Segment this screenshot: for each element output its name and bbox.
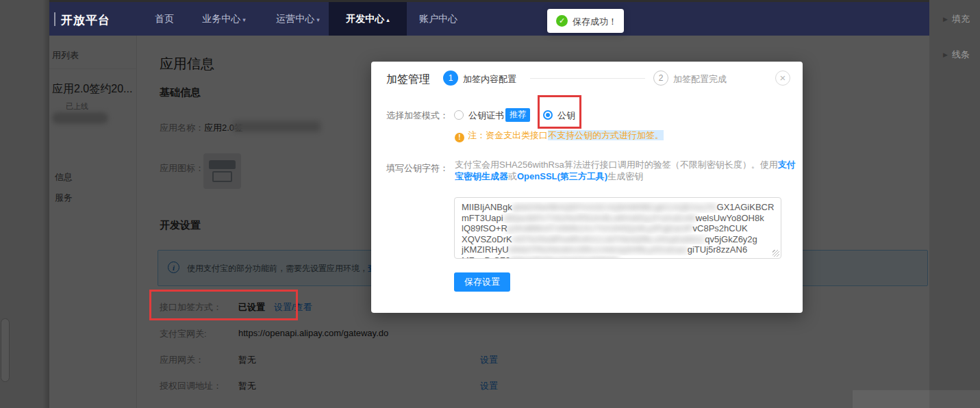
textarea-resize-handle[interactable]: [772, 250, 779, 257]
save-success-toast: ✓ 保存成功！: [547, 9, 624, 33]
step-1-indicator: 1: [443, 71, 458, 86]
key-description: 支付宝会用SHA256withRsa算法进行接口调用时的验签（不限制密钥长度）。…: [455, 159, 801, 182]
triangle-right-icon: ▶: [943, 16, 948, 23]
redacted-key-segment: qhkiG9w0BAQEFAAOCAQ8AMIIBCgKCAQEAvLPz: [512, 202, 717, 212]
success-check-icon: ✓: [556, 15, 568, 27]
public-key-cert-label[interactable]: 公钥证书: [468, 110, 504, 122]
annotation-red-box-sign-row: [149, 290, 298, 320]
tool-corner-highlight: [853, 390, 980, 408]
sign-management-dialog: 加签管理 1 加签内容配置 2 加签配置完成 × 选择加签模式： 公钥证书 推荐…: [371, 62, 803, 313]
redacted-key-segment: t4Wd7Pb2Nm8Xz5Rc1Vk6Jq3Hf9Ly0GsEaoI: [509, 244, 688, 255]
annotation-canvas: 开放平台 首页 业务中心▾ 运营中心▾ 开发中心▴ 账户中心 用列表 应用2.0…: [0, 0, 980, 408]
window-left-edge: [42, 0, 49, 408]
step-2-label: 加签配置完成: [673, 73, 727, 86]
public-key-textarea[interactable]: MIIBIjANBgkqhkiG9w0BAQEFAAOCAQ8AMIIBCgKC…: [454, 197, 781, 259]
annotation-tool-panel: ▶填充 ▶线条: [929, 0, 980, 408]
dialog-title: 加签管理: [386, 73, 430, 87]
key-row-label: 填写公钥字符：: [386, 162, 449, 175]
close-icon[interactable]: ×: [775, 71, 790, 86]
toast-text: 保存成功！: [573, 16, 617, 28]
chevron-up-icon: ▴: [386, 16, 390, 23]
nav-item-operation-center[interactable]: 运营中心▾: [264, 2, 332, 36]
tool-line-item[interactable]: ▶线条: [943, 49, 970, 61]
tool-fill-item[interactable]: ▶填充: [943, 13, 970, 25]
redacted-key-segment: m5Tb2Nx8Pw4Rc6Vz1Jd7Hk3Qf9Ls0GyEaWoU: [512, 234, 705, 244]
openssl-link[interactable]: OpenSSL(第三方工具): [517, 171, 607, 181]
platform-logo[interactable]: 开放平台: [61, 12, 110, 28]
scrollbar-thumb[interactable]: [1, 318, 10, 382]
save-settings-button[interactable]: 保存设置: [454, 272, 510, 292]
step-connector: [530, 78, 645, 79]
step-2-indicator: 2: [653, 71, 668, 86]
nav-item-home[interactable]: 首页: [144, 2, 185, 36]
nav-item-account-center[interactable]: 账户中心: [411, 2, 466, 36]
sign-mode-row-label: 选择加签模式：: [386, 110, 449, 122]
radio-public-key-cert[interactable]: [454, 110, 464, 120]
recommended-badge: 推荐: [505, 108, 530, 122]
nav-item-business-center[interactable]: 业务中心▾: [190, 2, 258, 36]
chevron-down-icon: ▾: [316, 16, 320, 23]
redacted-key-segment: NWJvRt3Kp7Xd2Qz5Mb8C: [510, 255, 620, 259]
brand-separator: [54, 12, 55, 26]
funds-note: !注：资金支出类接口不支持公钥的方式进行加签。: [455, 129, 664, 142]
chevron-down-icon: ▾: [242, 16, 246, 23]
redacted-key-segment: x8Qw3kPz7Vb2NcR5tJm9Ld4Hs6Gy1FaXuEoW: [503, 213, 696, 223]
note-highlight: 不支持公钥的方式进行加签。: [548, 130, 664, 140]
triangle-right-icon: ▶: [943, 51, 948, 58]
warning-icon: !: [455, 133, 464, 142]
nav-item-dev-center-active[interactable]: 开发中心▴: [329, 2, 407, 36]
redacted-key-segment: p2Kd8Mn4Tz6Wb1Xc7Vr3Jh5Qs9Ly0FgEaUiP: [507, 223, 693, 233]
step-1-label: 加签内容配置: [463, 73, 516, 86]
top-navbar: 开放平台 首页 业务中心▾ 运营中心▾ 开发中心▴ 账户中心: [49, 2, 929, 36]
annotation-red-box-pubkey-option: [538, 95, 581, 129]
